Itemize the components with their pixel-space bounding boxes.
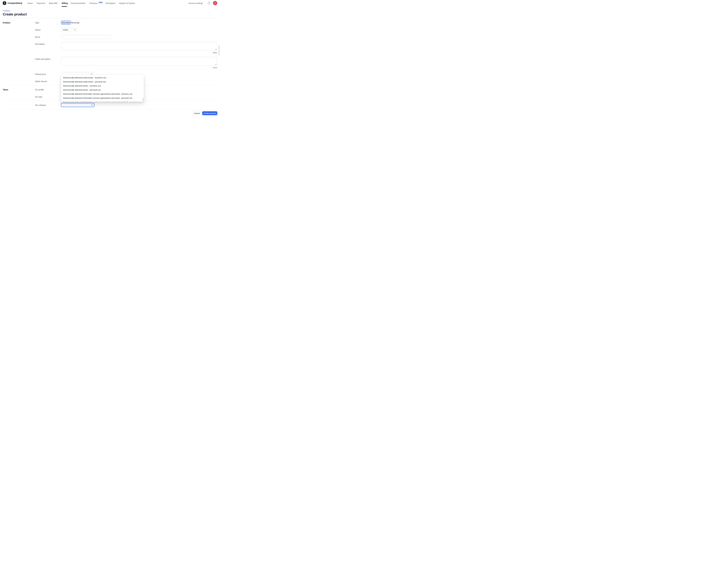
nav-payments[interactable]: Payments (37, 2, 45, 4)
dropdown-option[interactable]: Electronically delivered information ser… (61, 96, 144, 100)
nav-finances-label: Finances (90, 2, 97, 4)
nav-bank-mid[interactable]: Bank MID (49, 2, 57, 4)
type-segmented-control: One-time Recurring (61, 21, 80, 25)
active-tab-underline (62, 6, 67, 7)
status-select[interactable]: Active (61, 28, 77, 32)
section-label-taxes: Taxes (3, 89, 8, 91)
chevron-up-icon (91, 105, 93, 105)
type-option-recurring[interactable]: Recurring (70, 21, 80, 25)
public-description-textarea[interactable] (61, 57, 217, 65)
nav-home[interactable]: Home (27, 2, 33, 4)
dropdown-option[interactable]: Electronically delivered audio books - p… (61, 80, 144, 84)
public-description-label: Public description (35, 58, 50, 60)
dropdown-option[interactable]: Electronically delivered books - persona… (61, 88, 144, 92)
description-label: Description (35, 43, 45, 45)
chevron-down-icon (74, 29, 76, 30)
create-product-button[interactable]: Create product (202, 111, 217, 115)
name-input[interactable] (61, 35, 112, 39)
nav-reports-exports[interactable]: Reports & Exports (119, 2, 135, 4)
page-scrollbar-thumb[interactable] (219, 45, 220, 55)
settle-interval-label: Settle interval (35, 80, 47, 83)
public-description-counter: 0/100 (61, 67, 217, 69)
create-product-page: M CompanyName Home Payments Bank MID Bil… (0, 0, 220, 120)
nav-finances[interactable]: Financesbeta (90, 2, 103, 4)
resize-handle-icon[interactable] (215, 63, 217, 65)
dropdown-scrollbar-thumb[interactable] (143, 98, 143, 102)
status-value: Active (63, 29, 68, 31)
help-icon[interactable]: ? (208, 2, 210, 4)
page-title: Create product (3, 12, 27, 16)
beta-badge: beta (98, 1, 103, 4)
description-textarea[interactable] (61, 42, 217, 50)
company-switcher-icon[interactable] (21, 2, 22, 5)
dropdown-option[interactable]: Electronically delivered books - busines… (61, 84, 144, 88)
description-counter: 0/500 (61, 52, 217, 54)
breadcrumb-separator: / (10, 10, 11, 12)
breadcrumb-products-link[interactable]: Products (3, 10, 10, 12)
nav-billing[interactable]: Billing (62, 2, 68, 4)
default-price-label: Default price (35, 73, 46, 76)
status-label: Status (35, 29, 40, 31)
dropdown-option[interactable]: Electronically delivered information ser… (61, 100, 144, 102)
tax-category-label: Tax category (35, 104, 46, 106)
type-label: Type (35, 22, 39, 24)
dropdown-option[interactable]: Electronically delivered information ser… (61, 92, 144, 96)
name-label: Name (35, 36, 40, 38)
account-settings-link[interactable]: Account settings (189, 2, 203, 4)
tax-category-options: Electronically delivered audio books - b… (61, 75, 144, 102)
nav-fraud-prevention[interactable]: Fraud prevention (71, 2, 86, 4)
company-logo[interactable]: M (3, 1, 6, 5)
section-label-product: Product (3, 22, 10, 24)
resize-handle-icon[interactable] (215, 48, 217, 50)
tax-category-select[interactable] (61, 103, 94, 107)
tax-category-dropdown: Electronically delivered audio books - b… (61, 75, 144, 102)
nav-developers[interactable]: Developers (106, 2, 116, 4)
type-option-one-time[interactable]: One-time (61, 21, 71, 25)
tax-type-label: Tax type (35, 96, 42, 98)
user-avatar[interactable]: V (213, 1, 217, 5)
chevron-down-icon (91, 74, 92, 75)
company-name[interactable]: CompanyName (8, 2, 22, 4)
tax-profile-label: Tax profile (35, 89, 44, 91)
dropdown-option[interactable]: Electronically delivered audio books - b… (61, 76, 144, 80)
cancel-button[interactable]: Cancel (193, 111, 201, 115)
